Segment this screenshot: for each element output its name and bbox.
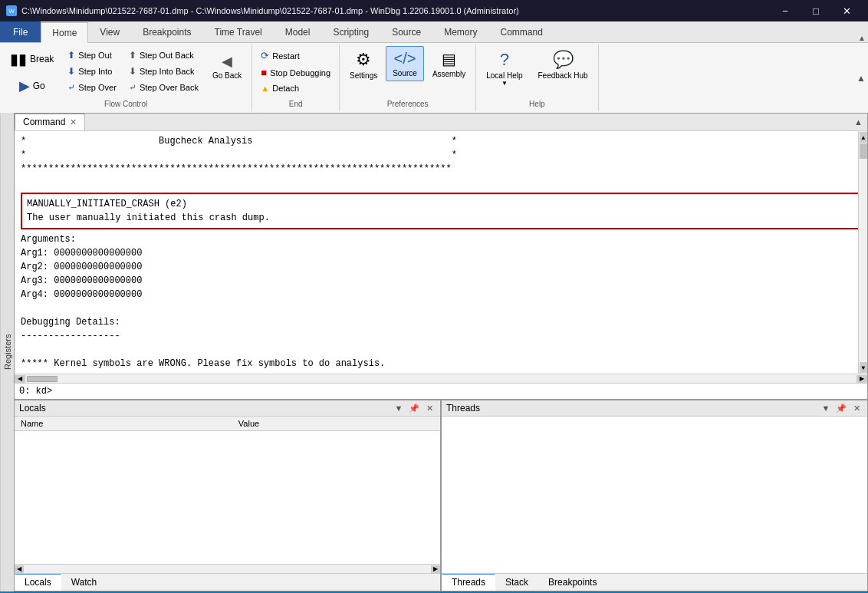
settings-button[interactable]: ⚙ Settings xyxy=(343,46,384,84)
locals-col-name: Name xyxy=(15,417,232,431)
error-box: MANUALLY_INITIATED_CRASH (e2) The user m… xyxy=(21,193,861,229)
locals-content: Name Value xyxy=(15,417,440,564)
threads-bottom-tabs: Threads Stack Breakpoints xyxy=(442,573,867,591)
flow-control-label: Flow Control xyxy=(3,98,248,110)
breakpoints-tab[interactable]: Breakpoints xyxy=(538,574,607,591)
local-help-icon: ? xyxy=(500,50,509,70)
locals-panel-controls: ▼ 📌 ✕ xyxy=(393,402,436,414)
step-over-back-button[interactable]: ⤶ Step Over Back xyxy=(123,80,204,95)
command-panel: Command ✕ ▲ * Bugcheck Analysis * * xyxy=(14,113,868,591)
locals-panel: Locals ▼ 📌 ✕ Name Value xyxy=(15,400,442,591)
go-back-button[interactable]: ◀ Go Back xyxy=(205,49,248,84)
locals-hscrollbar[interactable]: ◀ ▶ xyxy=(15,564,440,573)
tab-scripting[interactable]: Scripting xyxy=(321,21,380,42)
threads-panel-header: Threads ▼ 📌 ✕ xyxy=(442,400,867,417)
command-tab-close[interactable]: ✕ xyxy=(70,118,77,127)
step-into-back-button[interactable]: ⬇ Step Into Back xyxy=(123,64,204,79)
restart-icon: ⟳ xyxy=(261,50,269,61)
threads-panel: Threads ▼ 📌 ✕ Threads Stack Breakpoints xyxy=(442,400,867,591)
tab-view[interactable]: View xyxy=(88,21,131,42)
close-button[interactable]: ✕ xyxy=(831,0,862,21)
output-symbols-warning: ***** Kernel symbols are WRONG. Please f… xyxy=(21,357,861,371)
step-out-back-button[interactable]: ⬆ Step Out Back xyxy=(123,48,204,63)
locals-scroll-right[interactable]: ▶ xyxy=(431,565,440,573)
assembly-button[interactable]: ▤ Assembly xyxy=(426,46,472,82)
horizontal-scrollbar[interactable]: ◀ ▶ xyxy=(15,374,867,383)
step-out-back-icon: ⬆ xyxy=(129,50,136,61)
cmd-input[interactable] xyxy=(55,386,863,397)
output-arguments: Arguments: xyxy=(21,232,861,246)
command-tab[interactable]: Command ✕ xyxy=(15,114,85,130)
source-button[interactable]: </> Source xyxy=(386,46,424,81)
ribbon-right-collapse[interactable]: ▲ xyxy=(854,67,868,90)
scroll-left-btn[interactable]: ◀ xyxy=(15,375,25,383)
detach-icon: ▲ xyxy=(261,84,269,93)
threads-content xyxy=(442,417,867,573)
threads-pin-btn[interactable]: 📌 xyxy=(835,402,847,414)
locals-dropdown-btn[interactable]: ▼ xyxy=(393,402,405,414)
hscroll-track xyxy=(25,376,856,382)
flow-control-buttons: ▮▮ Break ▶ Go ⬆ Step Out ⬇ Step Into xyxy=(3,46,248,98)
ribbon-collapse-button[interactable]: ▲ xyxy=(856,34,868,42)
command-input-bar: 0: kd> xyxy=(15,383,867,399)
threads-dropdown-btn[interactable]: ▼ xyxy=(820,402,832,414)
scroll-up-btn[interactable]: ▲ xyxy=(860,132,867,143)
go-button[interactable]: ▶ Go xyxy=(12,74,52,98)
break-button[interactable]: ▮▮ Break xyxy=(3,46,61,72)
threads-tab[interactable]: Threads xyxy=(442,574,495,591)
panel-collapse-button[interactable]: ▲ xyxy=(850,116,867,128)
output-arg2: Arg2: 0000000000000000 xyxy=(21,260,861,274)
locals-close-btn[interactable]: ✕ xyxy=(423,402,436,414)
output-line-2: * * xyxy=(21,148,861,162)
watch-tab[interactable]: Watch xyxy=(61,574,107,591)
threads-panel-controls: ▼ 📌 ✕ xyxy=(820,402,863,414)
tab-command[interactable]: Command xyxy=(489,21,554,42)
step-out-icon: ⬆ xyxy=(67,50,75,61)
cmd-prompt: 0: kd> xyxy=(19,386,52,397)
registers-sidebar: Registers xyxy=(0,113,14,591)
go-label: Go xyxy=(33,81,45,91)
restart-button[interactable]: ⟳ Restart xyxy=(255,48,336,64)
tab-file[interactable]: File xyxy=(0,21,41,42)
minimize-button[interactable]: − xyxy=(770,0,801,21)
scroll-down-btn[interactable]: ▼ xyxy=(860,362,867,373)
output-debug-separator: ------------------ xyxy=(21,329,861,343)
locals-panel-title: Locals xyxy=(19,403,46,413)
local-help-dropdown-icon: ▼ xyxy=(501,80,508,87)
tab-model[interactable]: Model xyxy=(274,21,322,42)
output-blank3 xyxy=(21,343,861,357)
detach-button[interactable]: ▲ Detach xyxy=(255,81,336,95)
step-over-icon: ⤶ xyxy=(67,82,75,93)
feedback-button[interactable]: 💬 Feedback Hub xyxy=(531,46,595,84)
workspace: Registers Command ✕ ▲ * Bugcheck Analysi… xyxy=(0,113,868,591)
error-line-2: The user manually initiated this crash d… xyxy=(27,211,855,225)
threads-close-btn[interactable]: ✕ xyxy=(850,402,863,414)
tab-breakpoints[interactable]: Breakpoints xyxy=(131,21,202,42)
step-into-button[interactable]: ⬇ Step Into xyxy=(62,64,122,79)
step-over-button[interactable]: ⤶ Step Over xyxy=(62,80,122,95)
stack-tab[interactable]: Stack xyxy=(495,574,538,591)
step-out-button[interactable]: ⬆ Step Out xyxy=(62,48,122,63)
locals-bottom-tabs: Locals Watch xyxy=(15,573,440,591)
command-output[interactable]: * Bugcheck Analysis * * * **************… xyxy=(15,131,867,374)
locals-tab[interactable]: Locals xyxy=(15,574,61,591)
locals-pin-btn[interactable]: 📌 xyxy=(408,402,420,414)
tab-home[interactable]: Home xyxy=(41,22,88,43)
scroll-right-btn[interactable]: ▶ xyxy=(856,375,867,383)
go-icon: ▶ xyxy=(19,77,30,94)
local-help-button[interactable]: ? Local Help ▼ xyxy=(479,46,529,91)
locals-col-value: Value xyxy=(232,417,440,431)
scroll-thumb[interactable] xyxy=(860,143,867,159)
app-icon: W xyxy=(6,5,17,16)
hscroll-thumb[interactable] xyxy=(27,376,58,382)
window-controls: − □ ✕ xyxy=(770,0,862,21)
ribbon-tab-bar: File Home View Breakpoints Time Travel M… xyxy=(0,21,868,43)
output-scrollbar[interactable]: ▲ ▼ xyxy=(858,131,867,374)
tab-time-travel[interactable]: Time Travel xyxy=(203,21,274,42)
maximize-button[interactable]: □ xyxy=(801,0,831,21)
tab-source[interactable]: Source xyxy=(380,21,432,42)
output-debug-details: Debugging Details: xyxy=(21,315,861,329)
tab-memory[interactable]: Memory xyxy=(432,21,488,42)
locals-scroll-left[interactable]: ◀ xyxy=(15,565,24,573)
stop-button[interactable]: ■ Stop Debugging xyxy=(255,64,336,81)
